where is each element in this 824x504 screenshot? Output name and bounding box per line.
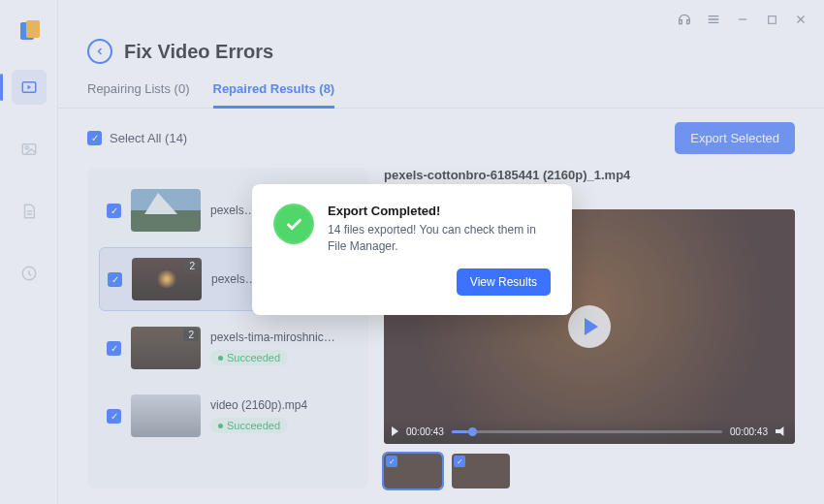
view-results-button[interactable]: View Results <box>457 268 551 296</box>
modal-text: 14 files exported! You can check them in… <box>328 222 551 255</box>
modal-title: Export Completed! <box>328 204 551 218</box>
modal-overlay: Export Completed! 14 files exported! You… <box>0 0 824 504</box>
export-complete-dialog: Export Completed! 14 files exported! You… <box>252 184 572 315</box>
success-check-icon <box>273 204 314 244</box>
